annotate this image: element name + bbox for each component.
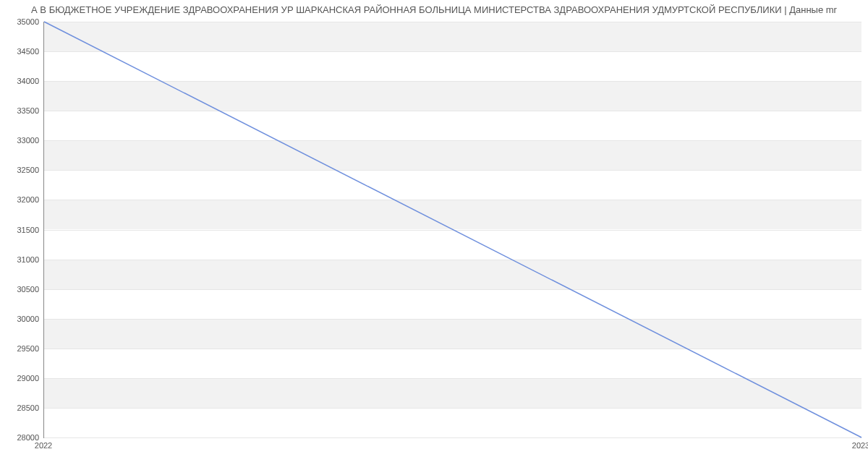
- plot-area: [43, 22, 861, 438]
- series-line-layer: [44, 22, 861, 437]
- y-tick-label: 29000: [3, 374, 39, 383]
- x-tick-label: 2023: [852, 441, 868, 450]
- y-tick-label: 32000: [3, 195, 39, 204]
- x-tick-label: 2022: [35, 441, 52, 450]
- y-tick-label: 33000: [3, 136, 39, 145]
- y-tick-label: 30500: [3, 285, 39, 294]
- y-tick-label: 31500: [3, 226, 39, 234]
- y-tick-label: 30000: [3, 315, 39, 323]
- y-tick-label: 28500: [3, 403, 39, 412]
- y-tick-label: 34500: [3, 47, 39, 56]
- y-tick-label: 31000: [3, 255, 39, 264]
- series-line: [44, 22, 861, 437]
- chart-container: А В БЮДЖЕТНОЕ УЧРЕЖДЕНИЕ ЗДРАВООХРАНЕНИЯ…: [0, 0, 868, 470]
- y-tick-label: 29500: [3, 344, 39, 353]
- y-tick-label: 33500: [3, 106, 39, 115]
- y-tick-label: 34000: [3, 77, 39, 85]
- y-tick-label: 35000: [3, 17, 39, 26]
- chart-title: А В БЮДЖЕТНОЕ УЧРЕЖДЕНИЕ ЗДРАВООХРАНЕНИЯ…: [0, 4, 868, 15]
- y-tick-label: 28000: [3, 433, 39, 442]
- y-tick-label: 32500: [3, 166, 39, 174]
- y-gridline: [44, 437, 861, 438]
